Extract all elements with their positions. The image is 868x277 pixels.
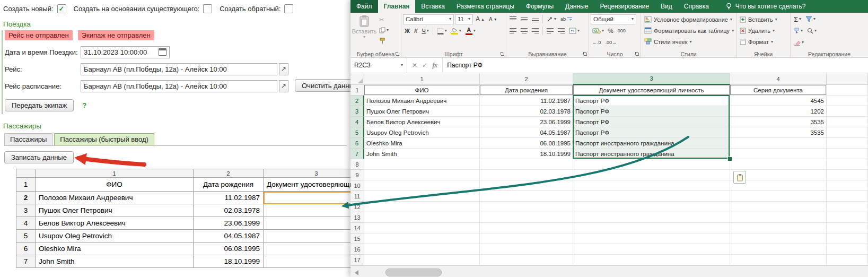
sheet-cell[interactable] xyxy=(573,170,730,180)
merge-center-button[interactable]: ▾ xyxy=(567,27,581,34)
column-header[interactable] xyxy=(827,73,868,85)
sheet-cell[interactable] xyxy=(827,159,868,170)
tab-passengers-quick-entry[interactable]: Пассажиры (быстрый ввод) xyxy=(54,133,154,145)
row-header[interactable]: 2 xyxy=(350,96,364,106)
ribbon-tab-data[interactable]: Данные xyxy=(559,0,594,13)
row-number[interactable]: 3 xyxy=(16,204,36,217)
sheet-cell[interactable] xyxy=(827,127,868,138)
decrease-indent-button[interactable] xyxy=(545,28,555,34)
sheet-cell[interactable] xyxy=(480,233,573,244)
cell-doc[interactable] xyxy=(264,230,350,243)
sheet-cell[interactable] xyxy=(364,233,480,244)
ribbon-tab-help[interactable]: Справка xyxy=(678,0,715,13)
sheet-cell[interactable]: Паспорт иностранного гражданина xyxy=(573,149,730,159)
row-header[interactable]: 17 xyxy=(350,255,364,265)
cell-dob[interactable]: 11.02.1987 xyxy=(194,192,264,204)
ribbon-tab-review[interactable]: Рецензирование xyxy=(594,0,655,13)
sheet-cell[interactable] xyxy=(480,223,573,233)
ribbon-tab-file[interactable]: Файл xyxy=(350,0,378,13)
borders-button[interactable]: ▾ xyxy=(435,27,449,35)
sheet-cell[interactable] xyxy=(480,212,573,223)
cell-name[interactable]: Oleshko Mira xyxy=(36,243,194,255)
column-number[interactable]: 1 xyxy=(36,169,194,178)
cell-name[interactable]: John Smith xyxy=(36,255,194,268)
sheet-cell[interactable]: 06.08.1995 xyxy=(480,138,573,149)
row-header[interactable]: 4 xyxy=(350,117,364,127)
number-format-select[interactable]: Общий▾ xyxy=(591,14,636,24)
sheet-cell[interactable] xyxy=(364,223,480,233)
sheet-cell[interactable] xyxy=(730,223,827,233)
sheet-cell[interactable] xyxy=(827,138,868,149)
sheet-cell[interactable] xyxy=(730,212,827,223)
create-new-checkbox[interactable] xyxy=(57,4,66,13)
sheet-cell[interactable] xyxy=(480,202,573,212)
sheet-cell[interactable] xyxy=(827,233,868,244)
align-top-button[interactable] xyxy=(508,16,518,23)
wrap-text-button[interactable]: ab xyxy=(559,16,574,22)
column-header[interactable]: 1 xyxy=(364,73,480,85)
sheet-cell[interactable] xyxy=(827,202,868,212)
sheet-cell[interactable] xyxy=(827,223,868,233)
row-header[interactable]: 5 xyxy=(350,127,364,138)
cell-doc[interactable] xyxy=(264,192,350,204)
increase-font-button[interactable]: А▲ xyxy=(474,15,486,23)
sheet-cell[interactable] xyxy=(573,180,730,191)
cell-name[interactable]: Пушок Олег Петрович xyxy=(36,204,194,217)
sheet-cell[interactable]: Oleshko Mira xyxy=(364,138,480,149)
name-box[interactable]: R2C3 ▾ xyxy=(350,58,407,73)
sheet-cell[interactable] xyxy=(730,138,827,149)
conditional-formatting-button[interactable]: Условное форматирование ▾ xyxy=(643,14,734,25)
create-from-existing-checkbox[interactable] xyxy=(203,4,212,13)
clear-cells-button[interactable]: ▾ xyxy=(792,39,805,46)
calendar-icon[interactable] xyxy=(159,48,166,56)
scroll-left-icon[interactable] xyxy=(355,270,358,275)
percent-style-button[interactable]: % xyxy=(607,27,615,34)
fill-button[interactable]: ▾ xyxy=(792,27,804,34)
sheet-cell[interactable]: 11.02.1987 xyxy=(480,96,573,106)
cut-button[interactable]: ✂ xyxy=(378,15,390,24)
sheet-cell[interactable] xyxy=(827,85,868,96)
create-reverse-checkbox[interactable] xyxy=(284,4,293,13)
sheet-header-cell[interactable]: Дата рождения xyxy=(480,85,573,96)
cell-dob[interactable]: 18.10.1999 xyxy=(194,255,264,268)
sheet-cell[interactable] xyxy=(827,96,868,106)
clipboard-dialog-launcher[interactable] xyxy=(395,51,400,56)
sheet-cell[interactable]: John Smith xyxy=(364,149,480,159)
tell-me-search[interactable]: Что вы хотите сделать? xyxy=(720,0,811,13)
sheet-cell[interactable]: 02.03.1978 xyxy=(480,106,573,117)
ribbon-tab-layout[interactable]: Разметка страницы xyxy=(451,0,520,13)
paste-button[interactable]: Вставить ▾ xyxy=(352,14,376,46)
sheet-cell[interactable] xyxy=(480,159,573,170)
cell-name[interactable]: Полозов Михаил Андреевич xyxy=(36,192,194,204)
sheet-cell[interactable] xyxy=(730,159,827,170)
cell-styles-button[interactable]: Стили ячеек ▾ xyxy=(643,36,734,47)
row-header[interactable]: 6 xyxy=(350,138,364,149)
save-data-button[interactable]: Записать данные xyxy=(4,151,74,163)
row-header[interactable]: 8 xyxy=(350,159,364,170)
sheet-cell[interactable] xyxy=(480,191,573,202)
help-link[interactable]: ? xyxy=(82,101,86,109)
tab-passengers[interactable]: Пассажиры xyxy=(4,133,52,145)
column-number[interactable]: 2 xyxy=(194,169,264,178)
cell-dob[interactable]: 23.06.1999 xyxy=(194,217,264,230)
sheet-cell[interactable] xyxy=(480,180,573,191)
row-header[interactable]: 16 xyxy=(350,244,364,255)
copy-button[interactable]: ▾ xyxy=(378,25,390,35)
row-header[interactable]: 13 xyxy=(350,212,364,223)
sheet-cell[interactable]: Usupov Oleg Petrovich xyxy=(364,127,480,138)
number-dialog-launcher[interactable] xyxy=(635,51,639,56)
sheet-cell[interactable] xyxy=(480,170,573,180)
decrease-decimal-button[interactable]: .00→ xyxy=(604,39,619,46)
cancel-icon[interactable]: ✕ xyxy=(412,62,417,69)
italic-button[interactable]: К xyxy=(413,27,419,34)
align-middle-button[interactable] xyxy=(519,16,529,23)
column-header[interactable]: 2 xyxy=(480,73,573,85)
sheet-cell[interactable]: 4545 xyxy=(730,96,827,106)
sheet-cell[interactable] xyxy=(364,159,480,170)
sheet-cell[interactable] xyxy=(573,212,730,223)
sheet-cell[interactable] xyxy=(827,212,868,223)
sort-filter-button[interactable]: ▾ xyxy=(804,15,817,23)
sheet-cell[interactable] xyxy=(364,202,480,212)
cell-name[interactable]: Usupov Oleg Petrovich xyxy=(36,230,194,243)
sheet-cell[interactable] xyxy=(827,106,868,117)
